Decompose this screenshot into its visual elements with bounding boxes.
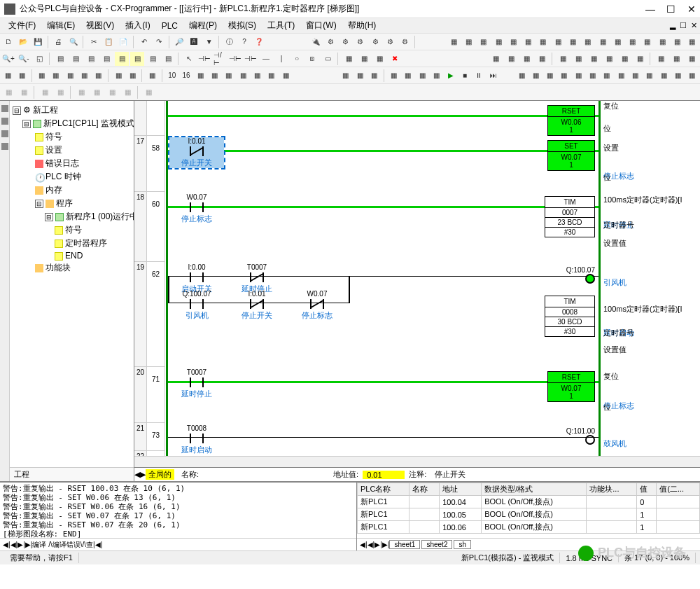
mdi-max-icon[interactable]: ☐ [680,21,687,30]
pause-icon[interactable]: ⏸ [472,69,485,83]
coil-icon[interactable]: ○ [290,52,304,66]
tb-btn[interactable]: ▦ [64,69,76,83]
instr-icon[interactable]: ▭ [321,52,335,66]
output-text[interactable]: 警告:重复输出 - RSET 100.03 在条 10 (6, 1) 警告:重复… [0,483,356,538]
output-tabs[interactable]: ◀|◀|▶|▶| 编译 /\编译错误\/\查 |◀| [0,538,356,550]
tb-btn[interactable]: ▦ [74,85,88,99]
tb-btn[interactable]: ▦ [1,85,15,99]
redo-icon[interactable]: ↷ [152,35,165,49]
play-icon[interactable]: ▶ [444,69,457,83]
tree-plc[interactable]: ⊟新PLC1[CP1L] 监视模式 [11,117,132,130]
watch-table[interactable]: PLC名称名称地址数据类型/格式功能块...值值(二...新PLC1100.04… [357,483,700,538]
tb-btn[interactable]: ▦ [146,69,158,83]
step-icon[interactable]: ⏭ [487,69,500,83]
tb-btn[interactable]: ▦ [519,52,533,66]
menu-plc[interactable]: PLC [156,20,183,32]
tb-btn[interactable]: ▦ [53,85,67,99]
tree-item[interactable]: 错误日志 [11,157,132,170]
contact-nc-icon[interactable]: ⊣/⊢ [213,52,227,66]
tb-btn[interactable]: ▦ [556,52,570,66]
mdi-close-icon[interactable]: ✕ [691,21,697,30]
tb-btn[interactable]: ▦ [492,35,505,49]
tb-btn[interactable]: ▦ [685,52,699,66]
menu-file[interactable]: 文件(F) [3,18,41,33]
tb-btn[interactable]: ✖ [388,52,402,66]
tb-btn[interactable]: ▦ [265,69,278,83]
tree-item[interactable]: 内存 [11,183,132,197]
tb-btn[interactable]: ▦ [507,35,520,49]
print-icon[interactable]: 🖨 [52,35,65,49]
contact[interactable]: W0.07停止标志 [169,193,224,224]
tree-root[interactable]: ⊟⚙ 新工程 [11,104,132,117]
tb-btn[interactable]: ▦ [489,52,503,66]
tb-btn[interactable]: ▤ [115,52,129,66]
side-icon[interactable] [1,130,8,137]
zoom-fit-icon[interactable]: ◱ [32,52,46,66]
contact-no-icon[interactable]: ⊣⊢ [197,52,211,66]
tree-item[interactable]: END [11,250,132,261]
tb-btn[interactable]: ▦ [572,69,584,83]
tb-btn[interactable]: ▦ [686,69,699,83]
stop-icon[interactable]: ■ [458,69,471,83]
tb-btn[interactable]: ▦ [626,35,639,49]
tb-btn[interactable]: 10 [166,69,178,83]
tb-btn[interactable]: ▦ [544,69,556,83]
tree-item[interactable]: ⊟程序 [11,197,132,210]
tb-btn[interactable]: ▦ [535,52,549,66]
tb-btn[interactable]: ▦ [36,69,48,83]
tb-btn[interactable]: ⚙ [384,35,397,49]
tb-btn[interactable]: ▦ [629,69,641,83]
tb-btn[interactable]: ▦ [402,69,414,83]
tb-btn[interactable]: ▦ [462,35,475,49]
tb-btn[interactable]: ▦ [566,35,580,49]
tb-btn[interactable]: ▦ [640,35,654,49]
tb-btn[interactable]: ▦ [17,85,31,99]
tb-btn[interactable]: ⚙ [369,35,382,49]
tb-btn[interactable]: ▦ [671,69,684,83]
tb-btn[interactable]: ▦ [387,69,400,83]
tb-btn[interactable]: ▦ [223,69,235,83]
line-h-icon[interactable]: — [259,52,273,66]
instruction-box[interactable]: RSETW0.071 [547,371,595,402]
tb-btn[interactable]: ▦ [615,69,627,83]
tb-btn[interactable]: ▦ [657,69,670,83]
side-icon[interactable] [1,105,8,112]
tb-btn[interactable]: ▦ [208,69,220,83]
tb-btn[interactable]: ▦ [536,35,550,49]
tree-item[interactable]: 定时器程序 [11,237,132,250]
tb-btn[interactable]: ▦ [515,69,528,83]
tb-btn[interactable]: ▦ [522,35,535,49]
watch-tabs[interactable]: ◀|◀|▶|▶| sheet1sheet2sh [357,538,700,550]
tb-btn[interactable]: ▦ [372,52,386,66]
tb-btn[interactable]: ▦ [279,69,292,83]
tree-item[interactable]: 功能块 [11,261,132,275]
tb-btn[interactable]: ▦ [92,69,105,83]
tb-btn[interactable]: ▦ [15,69,28,83]
preview-icon[interactable]: 🔍 [66,35,80,49]
tb-btn[interactable]: ▦ [504,52,518,66]
menu-tools[interactable]: 工具(T) [262,18,300,33]
tb-btn[interactable]: ▤ [161,52,175,66]
ladder-content[interactable]: RSETW0.061复位位1758I:0.01停止开关SETW0.071设置停止… [134,101,700,456]
contact[interactable]: Q:100.07引风机 [169,290,224,321]
tb-btn[interactable]: ⚙ [354,35,367,49]
menu-edit[interactable]: 编辑(E) [41,18,80,33]
tb-btn[interactable]: ▦ [50,69,62,83]
tb-btn[interactable]: 16 [180,69,192,83]
tb-btn[interactable]: ▦ [194,69,206,83]
cut-icon[interactable]: ✂ [87,35,100,49]
maximize-button[interactable]: ☐ [666,4,675,15]
close-button[interactable]: ✕ [687,4,696,15]
coil-nc-icon[interactable]: ⦻ [305,52,319,66]
tb-btn[interactable]: ▦ [581,35,594,49]
tb-btn[interactable]: ▦ [558,69,570,83]
minimize-button[interactable]: — [645,4,654,15]
tb-btn[interactable]: ▦ [596,35,609,49]
tb-btn[interactable]: ▦ [602,52,616,66]
tb-btn[interactable]: ▦ [654,52,668,66]
tb-btn[interactable]: ▦ [38,85,52,99]
menu-simulate[interactable]: 模拟(S) [223,18,262,33]
tb-btn[interactable]: ▦ [368,69,380,83]
tb-btn[interactable]: ▦ [1,69,14,83]
save-icon[interactable]: 💾 [31,35,45,49]
